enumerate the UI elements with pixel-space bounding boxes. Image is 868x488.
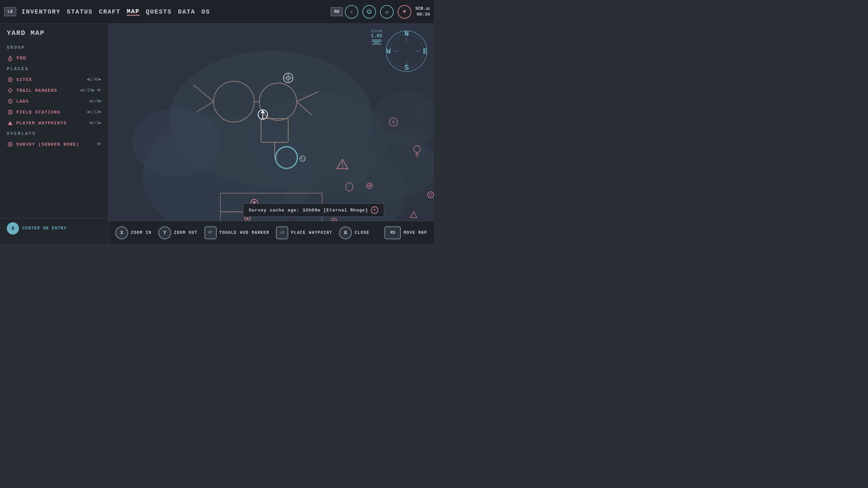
close-group: B CLOSE bbox=[339, 226, 370, 239]
zoom-line-4 bbox=[372, 44, 381, 44]
refresh-icon: ↺ bbox=[380, 5, 394, 19]
field-stations-item[interactable]: FIELD STATIONS ◄1/12► bbox=[0, 107, 108, 118]
map-tooltip: Survey cache age: 32h09m [Eternal Rhage]… bbox=[243, 203, 384, 217]
player-waypoints-icon bbox=[7, 120, 14, 126]
nav-item-data[interactable]: DATA bbox=[178, 8, 195, 15]
group-header: GROUP bbox=[0, 42, 108, 53]
sites-item[interactable]: SITES ◄1/46► bbox=[0, 74, 108, 85]
time-display: 08:34 bbox=[415, 12, 430, 18]
zoom-line-3 bbox=[374, 42, 379, 43]
nav-item-craft[interactable]: CRAFT bbox=[99, 8, 121, 15]
sites-nav[interactable]: ◄1/46► bbox=[87, 77, 101, 82]
svg-text:W: W bbox=[386, 47, 391, 56]
you-label: YOU bbox=[16, 56, 101, 61]
lb-button[interactable]: LB bbox=[4, 7, 16, 16]
toggle-hud-group: RT TOGGLE HUD MARKER bbox=[204, 226, 270, 239]
rt-button[interactable]: RT bbox=[204, 226, 217, 239]
nav-menu: INVENTORY STATUS CRAFT MAP QUESTS DATA O… bbox=[18, 8, 331, 16]
svg-point-2 bbox=[9, 59, 10, 59]
zoom-label: ZOOM bbox=[371, 29, 382, 33]
trail-markers-item[interactable]: TRAIL MARKERS ◄1/23► 👁 bbox=[0, 85, 108, 96]
main-content: YARD MAP GROUP YOU PLACES SI bbox=[0, 24, 434, 244]
trail-markers-nav[interactable]: ◄1/23► bbox=[80, 88, 95, 93]
bottom-controls: X ZOOM IN Y ZOOM OUT RT TOGGLE HUD MARKE… bbox=[108, 221, 434, 244]
center-on-entry-label: CENTER ON ENTRY bbox=[22, 226, 67, 231]
nav-item-map[interactable]: MAP bbox=[127, 8, 140, 16]
zoom-line-1 bbox=[372, 40, 381, 40]
svg-point-3 bbox=[11, 59, 11, 59]
toggle-hud-label: TOGGLE HUD MARKER bbox=[219, 230, 270, 235]
player-waypoints-nav[interactable]: ◄1/1► bbox=[89, 121, 101, 125]
svg-text:E: E bbox=[423, 47, 427, 56]
power-icon: ⏻ bbox=[362, 5, 376, 19]
svg-marker-0 bbox=[9, 56, 12, 58]
svg-text:S: S bbox=[404, 64, 409, 72]
svg-text:N: N bbox=[404, 30, 409, 38]
field-stations-label: FIELD STATIONS bbox=[16, 110, 87, 115]
trail-markers-eye[interactable]: 👁 bbox=[97, 88, 101, 93]
compass: N S E W bbox=[384, 29, 429, 73]
survey-eye[interactable]: 👁 bbox=[97, 142, 101, 147]
bottom-action-bar: A CENTER ON ENTRY bbox=[0, 218, 108, 239]
labs-label: LABS bbox=[16, 99, 89, 104]
ls-button[interactable]: LS bbox=[276, 226, 288, 239]
svg-point-60 bbox=[246, 218, 249, 220]
you-icon bbox=[7, 55, 14, 62]
scr-label: SCR.OS bbox=[415, 6, 430, 12]
left-panel: YARD MAP GROUP YOU PLACES SI bbox=[0, 24, 108, 244]
zoom-line-2 bbox=[372, 41, 381, 42]
b-button[interactable]: B bbox=[339, 226, 352, 239]
svg-point-53 bbox=[429, 194, 432, 196]
page-title: YARD MAP bbox=[0, 29, 108, 42]
svg-marker-54 bbox=[410, 212, 417, 218]
svg-point-7 bbox=[9, 100, 11, 102]
labs-icon bbox=[7, 98, 14, 105]
survey-item[interactable]: SURVEY (SUNKEN BONE) 👁 bbox=[0, 139, 108, 150]
zoom-value: 1.0X bbox=[371, 33, 382, 39]
labs-item[interactable]: LABS ◄1/6► bbox=[0, 96, 108, 107]
zoom-in-group: X ZOOM IN bbox=[115, 226, 152, 239]
survey-icon bbox=[7, 141, 14, 148]
zoom-in-label: ZOOM IN bbox=[131, 230, 152, 235]
zoom-out-label: ZOOM OUT bbox=[174, 230, 198, 235]
zoom-lines bbox=[371, 40, 382, 44]
rt-label: RT bbox=[209, 231, 213, 235]
tooltip-plus-icon[interactable]: + bbox=[371, 206, 378, 214]
rs-button[interactable]: RS bbox=[384, 226, 401, 239]
place-waypoint-label: PLACE WAYPOINT bbox=[291, 230, 332, 235]
move-map-label: MOVE MAP bbox=[403, 230, 427, 235]
player-waypoints-item[interactable]: PLAYER WAYPOINTS ◄1/1► bbox=[0, 118, 108, 128]
svg-point-39 bbox=[342, 167, 343, 168]
nav-item-status[interactable]: STATUS bbox=[67, 8, 93, 15]
move-map-group: RS MOVE MAP bbox=[384, 226, 427, 239]
field-stations-icon bbox=[7, 109, 14, 116]
rb-button[interactable]: RB bbox=[331, 7, 343, 16]
labs-nav[interactable]: ◄1/6► bbox=[89, 99, 101, 104]
sites-icon bbox=[7, 76, 14, 83]
nav-item-os[interactable]: OS bbox=[201, 8, 210, 15]
overlays-header: OVERLAYS bbox=[0, 128, 108, 139]
you-item[interactable]: YOU bbox=[0, 53, 108, 64]
tooltip-text: Survey cache age: 32h09m [Eternal Rhage] bbox=[249, 208, 368, 213]
svg-point-35 bbox=[301, 158, 302, 159]
places-header: PLACES bbox=[0, 64, 108, 74]
nav-item-quests[interactable]: QUESTS bbox=[146, 8, 172, 15]
lightning-icon: ⚡ bbox=[345, 5, 358, 19]
nav-item-inventory[interactable]: INVENTORY bbox=[22, 8, 61, 15]
trail-markers-icon bbox=[7, 87, 14, 94]
field-stations-nav[interactable]: ◄1/12► bbox=[87, 110, 101, 115]
heart-icon: ♥ bbox=[398, 5, 411, 19]
survey-label: SURVEY (SUNKEN BONE) bbox=[16, 142, 95, 147]
close-label: CLOSE bbox=[355, 230, 370, 235]
y-button[interactable]: Y bbox=[158, 226, 171, 239]
map-area[interactable]: N S E W ZOOM 1.0X bbox=[108, 24, 434, 244]
top-navigation-bar: LB INVENTORY STATUS CRAFT MAP QUESTS DAT… bbox=[0, 0, 434, 24]
trail-markers-label: TRAIL MARKERS bbox=[16, 88, 80, 93]
zoom-display: ZOOM 1.0X bbox=[371, 29, 382, 44]
ls-label: LS bbox=[280, 231, 284, 235]
center-on-entry-button[interactable]: A bbox=[7, 222, 19, 235]
x-button[interactable]: X bbox=[115, 226, 128, 239]
svg-point-15 bbox=[132, 108, 220, 176]
scr-info: SCR.OS 08:34 bbox=[415, 6, 430, 18]
place-waypoint-group: LS PLACE WAYPOINT bbox=[276, 226, 332, 239]
